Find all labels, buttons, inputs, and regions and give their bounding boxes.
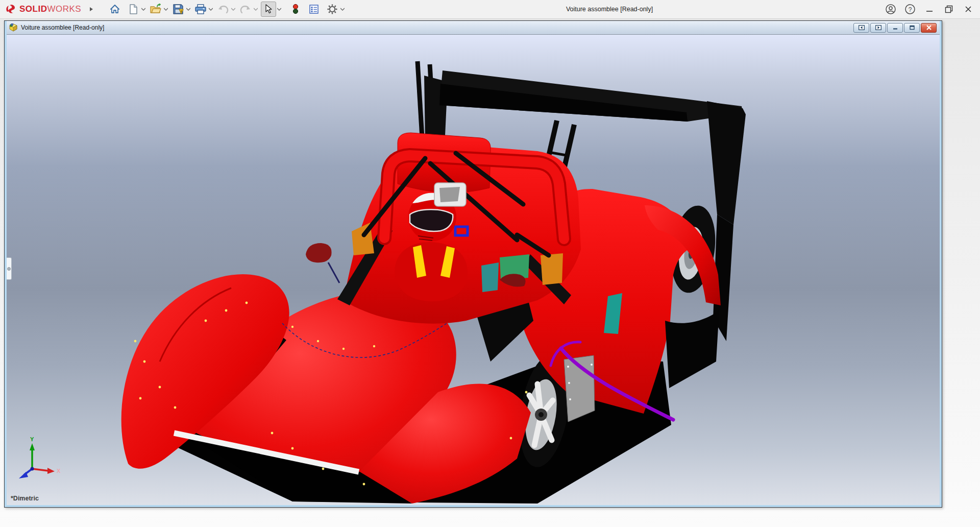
helmet-visor bbox=[410, 209, 453, 231]
traffic-light-icon bbox=[292, 4, 299, 15]
mdi-background: Voiture assomblee [Read-only] bbox=[0, 19, 980, 527]
orientation-triad: Y X bbox=[15, 436, 66, 485]
open-button[interactable] bbox=[149, 2, 163, 16]
app-window-title: Voiture assomblee [Read-only] bbox=[566, 0, 653, 18]
home-icon bbox=[109, 4, 120, 15]
app-window-controls: ? bbox=[883, 0, 976, 18]
restore-icon bbox=[945, 5, 953, 13]
main-toolbar bbox=[108, 2, 348, 17]
rear-view-mirror bbox=[434, 183, 466, 206]
document-title-bar[interactable]: Voiture assomblee [Read-only] bbox=[7, 21, 940, 34]
doc-close-button[interactable] bbox=[921, 23, 937, 33]
redo-dropdown[interactable] bbox=[253, 2, 259, 16]
undo-button[interactable] bbox=[216, 2, 230, 16]
open-folder-icon bbox=[150, 4, 162, 15]
solidworks-logo-icon bbox=[5, 4, 16, 15]
undo-dropdown[interactable] bbox=[230, 2, 236, 16]
select-cursor-icon bbox=[264, 4, 273, 14]
new-document-button[interactable] bbox=[126, 2, 140, 16]
view-orientation-label: *Dimetric bbox=[11, 495, 39, 502]
doc-restore-button[interactable] bbox=[904, 23, 920, 33]
doc-minimize-button[interactable] bbox=[887, 23, 903, 33]
select-tool-dropdown[interactable] bbox=[276, 2, 282, 16]
document-window: Voiture assomblee [Read-only] bbox=[4, 20, 942, 508]
gear-icon bbox=[327, 4, 338, 15]
triad-x-label: X bbox=[57, 468, 61, 474]
pane-expand-right-button[interactable] bbox=[870, 23, 886, 33]
triad-y-label: Y bbox=[30, 436, 34, 442]
open-dropdown[interactable] bbox=[163, 2, 169, 16]
solidworks-wordmark: SOLIDWORKS bbox=[19, 4, 81, 14]
options-dropdown[interactable] bbox=[339, 2, 346, 16]
pane-collapse-left-icon bbox=[859, 25, 865, 30]
help-button[interactable]: ? bbox=[902, 2, 918, 16]
restore-icon bbox=[909, 25, 915, 30]
driver-torso bbox=[395, 242, 468, 301]
redo-button[interactable] bbox=[238, 2, 253, 16]
account-button[interactable] bbox=[883, 2, 898, 16]
document-title: Voiture assomblee [Read-only] bbox=[21, 24, 104, 31]
close-icon bbox=[926, 25, 932, 30]
app-title-bar: SOLIDWORKS bbox=[0, 0, 980, 19]
redo-arrow-icon bbox=[239, 4, 252, 14]
interior-panel-orange-right bbox=[541, 253, 563, 285]
app-restore-button[interactable] bbox=[941, 2, 957, 16]
new-document-dropdown[interactable] bbox=[140, 2, 146, 16]
user-circle-icon bbox=[885, 4, 896, 15]
close-icon bbox=[965, 6, 972, 13]
display-pane-button[interactable] bbox=[307, 2, 321, 16]
save-dropdown[interactable] bbox=[185, 2, 191, 16]
document-window-buttons bbox=[853, 23, 937, 33]
interior-panel-teal bbox=[481, 262, 499, 292]
minimize-icon bbox=[926, 6, 933, 13]
new-document-icon bbox=[128, 4, 138, 15]
pane-collapse-left-button[interactable] bbox=[853, 23, 869, 33]
graphics-viewport[interactable]: Y X *Dimetric bbox=[7, 34, 940, 505]
rebuild-light-button[interactable] bbox=[288, 2, 303, 16]
home-button[interactable] bbox=[108, 2, 122, 16]
select-tool-button[interactable] bbox=[261, 2, 276, 17]
side-mirror-left bbox=[306, 243, 339, 283]
save-button[interactable] bbox=[171, 2, 185, 16]
feature-manager-splitter-tab[interactable] bbox=[7, 257, 12, 280]
options-button[interactable] bbox=[325, 2, 339, 16]
assembly-document-icon bbox=[9, 23, 18, 32]
print-button[interactable] bbox=[193, 2, 208, 16]
toolbar-flyout-arrow[interactable] bbox=[89, 5, 93, 14]
save-floppy-icon bbox=[173, 4, 184, 15]
3d-model-race-car[interactable] bbox=[7, 35, 940, 506]
printer-icon bbox=[194, 4, 207, 15]
svg-text:?: ? bbox=[909, 6, 912, 13]
minimize-icon bbox=[892, 25, 898, 30]
rear-underbody-shadow bbox=[665, 310, 719, 388]
cockpit[interactable] bbox=[306, 133, 581, 324]
app-minimize-button[interactable] bbox=[922, 2, 937, 16]
app-close-button[interactable] bbox=[961, 2, 976, 16]
display-pane-icon bbox=[309, 4, 319, 14]
pane-expand-right-icon bbox=[875, 25, 881, 30]
solidworks-logo: SOLIDWORKS bbox=[5, 4, 81, 15]
undo-arrow-icon bbox=[217, 4, 229, 14]
help-circle-icon: ? bbox=[904, 4, 916, 15]
print-dropdown[interactable] bbox=[208, 2, 214, 16]
